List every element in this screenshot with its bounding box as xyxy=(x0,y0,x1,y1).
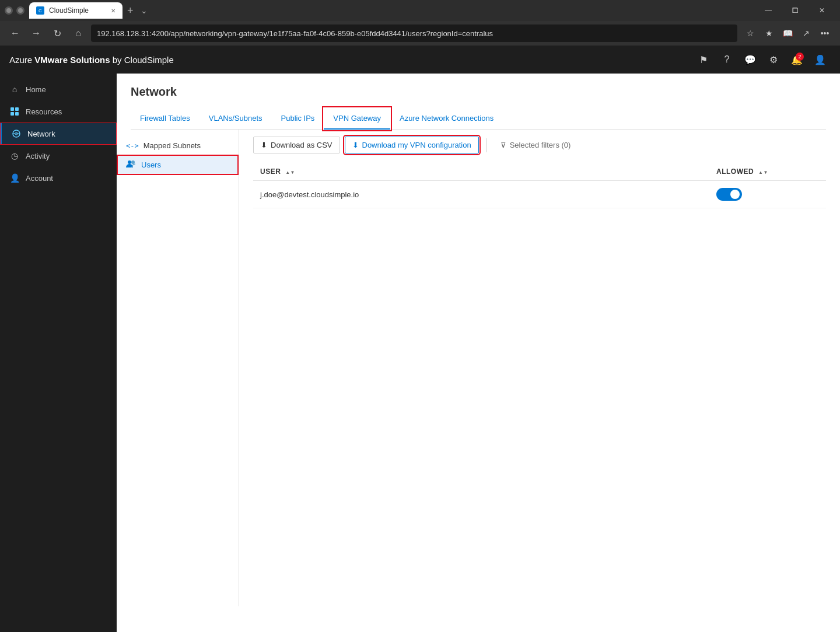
table-header: USER ▲▼ ALLOWED ▲▼ xyxy=(253,163,826,181)
svg-rect-1 xyxy=(15,107,19,111)
table-body: j.doe@devtest.cloudsimple.io xyxy=(253,181,826,208)
filter-button[interactable]: ⊽ Selected filters (0) xyxy=(494,137,578,153)
help-button[interactable]: ? xyxy=(716,49,737,70)
browser-titlebar: C CloudSimple ✕ + ⌄ — ⧠ ✕ xyxy=(0,0,840,21)
mapped-subnets-icon: <-> xyxy=(126,142,139,150)
more-icon[interactable]: ••• xyxy=(817,25,833,41)
tab-favicon: C xyxy=(36,6,44,15)
toolbar: ⬇ Download as CSV ⬇ Download my VPN conf… xyxy=(253,137,826,153)
sidebar-item-resources[interactable]: Resources xyxy=(0,100,117,123)
browser-tabs: C CloudSimple ✕ + ⌄ xyxy=(5,0,150,21)
users-icon xyxy=(126,159,136,170)
share-icon[interactable]: ↗ xyxy=(798,25,814,41)
left-panel-mapped-subnets[interactable]: <-> Mapped Subnets xyxy=(117,137,239,155)
restore-button[interactable]: ⧠ xyxy=(782,0,808,21)
browser-window: C CloudSimple ✕ + ⌄ — ⧠ ✕ ← → ↻ ⌂ ☆ ★ 📖 … xyxy=(0,0,840,632)
sidebar-item-network[interactable]: Network xyxy=(0,123,117,145)
svg-rect-3 xyxy=(15,112,19,116)
user-email: j.doe@devtest.cloudsimple.io xyxy=(253,181,709,208)
user-button[interactable]: 👤 xyxy=(810,49,831,70)
refresh-button[interactable]: ↻ xyxy=(49,25,65,41)
window-controls: — ⧠ ✕ xyxy=(755,0,835,21)
sidebar-item-activity[interactable]: ◷ Activity xyxy=(0,145,117,167)
allowed-toggle[interactable] xyxy=(716,188,742,201)
activity-icon: ◷ xyxy=(9,151,20,161)
tab-azure-network-connections[interactable]: Azure Network Connections xyxy=(390,108,503,130)
minimize-button[interactable]: — xyxy=(755,0,782,21)
tab-close-button[interactable]: ✕ xyxy=(111,8,116,14)
sidebar-item-home[interactable]: ⌂ Home xyxy=(0,78,117,100)
allowed-sort-icon[interactable]: ▲▼ xyxy=(758,170,768,175)
page-title: Network xyxy=(131,85,826,99)
flag-button[interactable]: ⚑ xyxy=(693,49,714,70)
tab-bar: Firewall Tables VLANs/Subnets Public IPs… xyxy=(131,108,826,130)
app-logo: Azure VMware Solutions by CloudSimple xyxy=(9,55,174,65)
sidebar-item-account[interactable]: 👤 Account xyxy=(0,167,117,189)
left-panel-users[interactable]: Users xyxy=(117,155,239,175)
col-user: USER ▲▼ xyxy=(253,163,709,181)
notifications-button[interactable]: 🔔 2 xyxy=(786,49,807,70)
nav-actions: ☆ ★ 📖 ↗ ••• xyxy=(742,25,833,41)
download-vpn-config-button[interactable]: ⬇ Download my VPN configuration xyxy=(345,137,479,153)
back-button[interactable]: ← xyxy=(7,25,23,41)
sidebar-label-account: Account xyxy=(26,174,53,183)
new-tab-button[interactable]: + xyxy=(123,5,138,17)
header-actions: ⚑ ? 💬 ⚙ 🔔 2 👤 xyxy=(693,49,831,70)
browser-navbar: ← → ↻ ⌂ ☆ ★ 📖 ↗ ••• xyxy=(0,21,840,46)
app-header: Azure VMware Solutions by CloudSimple ⚑ … xyxy=(0,46,840,74)
right-panel: ⬇ Download as CSV ⬇ Download my VPN conf… xyxy=(239,130,840,606)
home-icon: ⌂ xyxy=(9,84,20,95)
tab-title: CloudSimple xyxy=(49,6,89,15)
network-icon xyxy=(11,128,22,139)
filter-icon: ⊽ xyxy=(501,141,506,149)
toggle-slider xyxy=(716,188,742,201)
tab-list-button[interactable]: ⌄ xyxy=(138,6,150,15)
sidebar-label-activity: Activity xyxy=(26,152,50,160)
active-tab[interactable]: C CloudSimple ✕ xyxy=(29,2,123,19)
tab-vpn-gateway[interactable]: VPN Gateway xyxy=(324,108,390,130)
table-row: j.doe@devtest.cloudsimple.io xyxy=(253,181,826,208)
read-icon[interactable]: 📖 xyxy=(779,25,796,41)
sidebar-label-network: Network xyxy=(27,130,55,138)
page-header: Network Firewall Tables VLANs/Subnets Pu… xyxy=(117,74,840,130)
tab-firewall-tables[interactable]: Firewall Tables xyxy=(131,108,200,130)
two-panel: <-> Mapped Subnets xyxy=(117,130,840,606)
svg-point-6 xyxy=(128,160,131,164)
svg-rect-2 xyxy=(10,112,14,116)
sidebar-label-home: Home xyxy=(26,85,46,94)
tab-public-ips[interactable]: Public IPs xyxy=(272,108,324,130)
home-button[interactable]: ⌂ xyxy=(70,25,86,41)
data-table: USER ▲▼ ALLOWED ▲▼ xyxy=(253,163,826,208)
download-csv-icon: ⬇ xyxy=(261,141,267,149)
resources-icon xyxy=(9,106,20,117)
user-sort-icon[interactable]: ▲▼ xyxy=(285,170,295,175)
forward-button[interactable]: → xyxy=(28,25,44,41)
svg-point-7 xyxy=(131,160,135,164)
main-layout: ⌂ Home Resources xyxy=(0,74,840,632)
settings-button[interactable]: ⚙ xyxy=(763,49,784,70)
favorites-icon[interactable]: ★ xyxy=(761,25,777,41)
toolbar-divider xyxy=(486,138,487,152)
account-icon: 👤 xyxy=(9,173,20,183)
left-panel: <-> Mapped Subnets xyxy=(117,130,239,606)
sidebar-label-resources: Resources xyxy=(26,107,62,116)
download-vpn-icon: ⬇ xyxy=(352,141,359,149)
download-csv-button[interactable]: ⬇ Download as CSV xyxy=(253,137,340,153)
app-container: Azure VMware Solutions by CloudSimple ⚑ … xyxy=(0,46,840,632)
allowed-toggle-cell xyxy=(709,181,826,208)
content-area: Network Firewall Tables VLANs/Subnets Pu… xyxy=(117,74,840,632)
notification-count: 2 xyxy=(796,53,804,61)
bookmark-icon[interactable]: ☆ xyxy=(742,25,758,41)
svg-rect-0 xyxy=(10,107,14,111)
feedback-button[interactable]: 💬 xyxy=(740,49,761,70)
col-allowed: ALLOWED ▲▼ xyxy=(709,163,826,181)
close-button[interactable]: ✕ xyxy=(808,0,835,21)
tab-vlans-subnets[interactable]: VLANs/Subnets xyxy=(200,108,272,130)
sidebar: ⌂ Home Resources xyxy=(0,74,117,632)
address-bar[interactable] xyxy=(91,25,737,42)
